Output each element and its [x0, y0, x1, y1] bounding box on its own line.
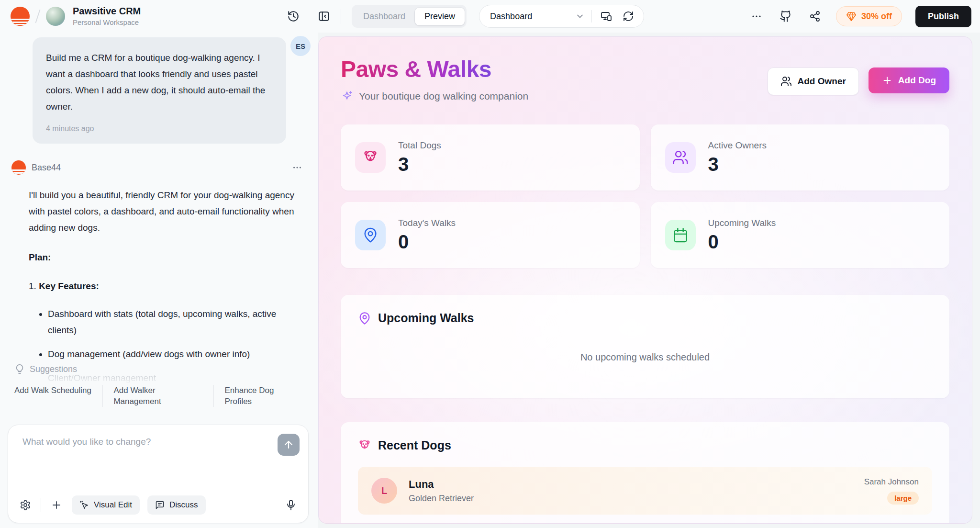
upcoming-walks-section: Upcoming Walks No upcoming walks schedul…: [341, 295, 949, 398]
user-message-text: Build me a CRM for a boutique dog-walkin…: [46, 50, 273, 115]
history-icon: [287, 10, 300, 22]
dog-owner: Sarah Johnson: [864, 477, 919, 487]
topbar-left: Pawsitive CRM Personal Workspace: [11, 0, 141, 33]
add-dog-button[interactable]: Add Dog: [869, 67, 949, 93]
stat-card-total-dogs: Total Dogs 3: [341, 124, 640, 191]
page-group-divider: [591, 10, 592, 22]
stat-icon-wrap: [355, 142, 386, 173]
stat-icon-wrap: [665, 142, 696, 173]
dog-list-item[interactable]: L Luna Golden Retriever Sarah Johnson la…: [358, 467, 932, 515]
section-header: Upcoming Walks: [358, 311, 932, 325]
suggestions-row: Add Walk Scheduling Add Walker Managemen…: [14, 385, 301, 407]
topbar-right: 30% off Publish: [749, 0, 971, 33]
discuss-button[interactable]: Discuss: [147, 495, 206, 515]
workspace-name: Personal Workspace: [73, 18, 141, 27]
attach-button[interactable]: [49, 497, 64, 513]
stat-label: Today's Walks: [398, 218, 456, 228]
arrow-up-icon: [283, 439, 294, 450]
send-button[interactable]: [278, 434, 300, 456]
ellipsis-icon: [292, 162, 302, 173]
stat-text: Upcoming Walks 0: [708, 218, 776, 253]
app-name: Pawsitive CRM: [73, 5, 141, 17]
refresh-icon: [623, 11, 634, 22]
assistant-intro: I'll build you a beautiful, friendly CRM…: [29, 187, 297, 236]
dog-name: Luna: [409, 478, 474, 491]
dog-owner-block: Sarah Johnson large: [864, 477, 919, 505]
recent-dogs-section: Recent Dogs L Luna Golden Retriever Sara…: [341, 422, 949, 524]
lightbulb-icon: [14, 364, 25, 374]
tab-preview[interactable]: Preview: [415, 8, 465, 25]
page-select-dropdown[interactable]: Dashboard: [490, 11, 585, 22]
more-options-button[interactable]: [749, 9, 764, 24]
publish-button[interactable]: Publish: [915, 6, 971, 27]
chevron-down-icon: [575, 11, 585, 21]
app-avatar[interactable]: [46, 7, 65, 26]
suggestions-section: Suggestions Add Walk Scheduling Add Walk…: [14, 364, 301, 407]
suggestion-add-walker-management[interactable]: Add Walker Management: [113, 385, 203, 407]
plan-list-item: 1. Key Features:: [29, 278, 297, 294]
topbar-center: Dashboard Preview Dashboard: [352, 5, 644, 28]
github-button[interactable]: [778, 8, 794, 24]
share-icon: [809, 11, 821, 22]
collapse-sidebar-button[interactable]: [316, 8, 332, 24]
page-controls-group: Dashboard: [479, 5, 644, 28]
plus-icon: [51, 499, 62, 511]
composer-settings-button[interactable]: [18, 497, 33, 513]
microphone-button[interactable]: [283, 497, 299, 513]
stat-value: 0: [708, 231, 776, 253]
tab-dashboard[interactable]: Dashboard: [354, 8, 415, 25]
dog-icon: [358, 439, 371, 452]
page-subtitle: Your boutique dog walking companion: [359, 90, 528, 102]
suggestion-enhance-dog-profiles[interactable]: Enhance Dog Profiles: [224, 385, 301, 407]
dog-avatar: L: [371, 478, 397, 504]
ellipsis-icon: [751, 11, 762, 22]
gear-icon: [20, 499, 31, 511]
visual-edit-button[interactable]: Visual Edit: [72, 495, 140, 515]
plan-list-title: Key Features:: [39, 281, 99, 291]
device-preview-button[interactable]: [599, 9, 614, 24]
history-button[interactable]: [285, 8, 301, 24]
stat-label: Total Dogs: [398, 140, 441, 151]
topbar: Pawsitive CRM Personal Workspace Dashboa…: [0, 0, 980, 33]
share-button[interactable]: [807, 9, 823, 24]
stats-grid: Total Dogs 3 Active Owners 3 Today's Wal…: [341, 124, 949, 268]
refresh-button[interactable]: [621, 9, 636, 24]
stat-card-todays-walks: Today's Walks 0: [341, 202, 640, 268]
stat-label: Active Owners: [708, 140, 767, 151]
map-pin-icon: [362, 227, 379, 243]
message-square-icon: [155, 500, 165, 510]
view-mode-tabs: Dashboard Preview: [352, 5, 467, 28]
gem-icon: [846, 11, 857, 22]
stat-value: 0: [398, 231, 456, 253]
stat-icon-wrap: [665, 220, 696, 250]
message-timestamp: 4 minutes ago: [46, 124, 273, 133]
preview-title-block: Paws & Walks Your boutique dog walking c…: [341, 56, 528, 102]
stat-value: 3: [708, 154, 767, 175]
add-owner-button[interactable]: Add Owner: [768, 67, 859, 95]
assistant-body: I'll build you a beautiful, friendly CRM…: [29, 187, 297, 386]
assistant-message: Base44 I'll build you a beautiful, frien…: [11, 160, 304, 394]
breadcrumb-slash: [35, 9, 40, 23]
preview-actions: Add Owner Add Dog: [768, 67, 950, 102]
stat-icon-wrap: [355, 220, 386, 250]
chat-input[interactable]: [22, 437, 262, 494]
app-title-block: Pawsitive CRM Personal Workspace: [73, 5, 141, 27]
users-icon: [672, 149, 689, 166]
plan-label: Plan:: [29, 249, 297, 266]
assistant-name: Base44: [32, 163, 61, 173]
stat-text: Active Owners 3: [708, 140, 767, 175]
plus-icon: [882, 75, 892, 86]
mic-icon: [285, 499, 297, 511]
dog-breed: Golden Retriever: [409, 494, 474, 504]
stat-value: 3: [398, 154, 441, 175]
suggestion-add-walk-scheduling[interactable]: Add Walk Scheduling: [14, 385, 92, 396]
page-title: Paws & Walks: [341, 56, 528, 82]
base44-logo-icon[interactable]: [11, 7, 30, 26]
suggestion-divider: [213, 385, 214, 407]
preview-header: Paws & Walks Your boutique dog walking c…: [319, 37, 972, 102]
visual-edit-label: Visual Edit: [94, 500, 132, 510]
discount-badge-label: 30% off: [861, 11, 892, 22]
message-options-button[interactable]: [290, 160, 304, 175]
discount-badge[interactable]: 30% off: [836, 6, 902, 26]
sparkles-icon: [341, 90, 353, 102]
